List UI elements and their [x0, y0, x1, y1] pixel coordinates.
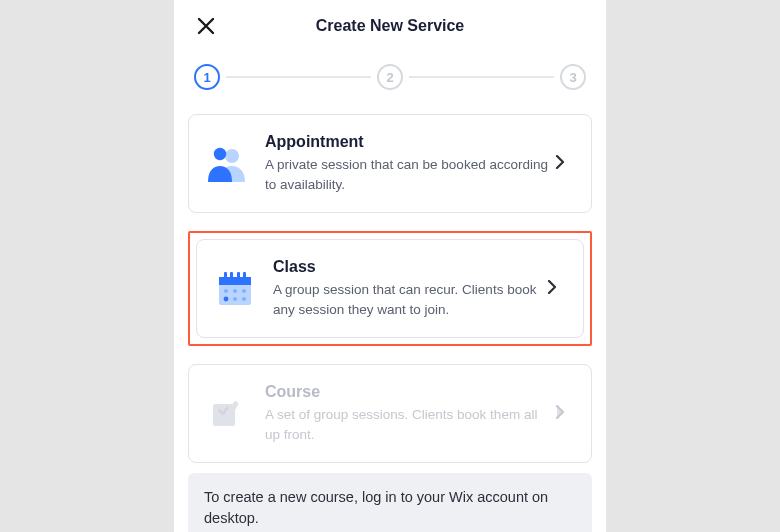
option-title: Appointment	[265, 133, 555, 151]
option-body: Class A group session that can recur. Cl…	[273, 258, 547, 319]
modal-header: Create New Service	[174, 0, 606, 48]
svg-rect-4	[224, 272, 227, 280]
option-desc: A set of group sessions. Clients book th…	[265, 405, 555, 444]
chevron-right-icon	[547, 280, 567, 298]
svg-point-0	[225, 149, 239, 163]
step-connector	[226, 76, 371, 78]
option-desc: A group session that can recur. Clients …	[273, 280, 547, 319]
step-2: 2	[377, 64, 403, 90]
option-class[interactable]: Class A group session that can recur. Cl…	[196, 239, 584, 338]
option-title: Course	[265, 383, 555, 401]
svg-point-11	[224, 296, 229, 301]
svg-point-12	[233, 297, 237, 301]
svg-point-9	[233, 289, 237, 293]
calendar-icon	[213, 267, 257, 311]
progress-stepper: 1 2 3	[174, 48, 606, 114]
people-icon	[205, 142, 249, 186]
svg-rect-5	[230, 272, 233, 280]
service-type-list: Appointment A private session that can b…	[174, 114, 606, 463]
create-service-modal: Create New Service 1 2 3 Appointment A p…	[174, 0, 606, 532]
option-body: Course A set of group sessions. Clients …	[265, 383, 555, 444]
step-connector	[409, 76, 554, 78]
svg-rect-3	[219, 277, 251, 285]
highlighted-option: Class A group session that can recur. Cl…	[188, 231, 592, 346]
option-desc: A private session that can be booked acc…	[265, 155, 555, 194]
option-body: Appointment A private session that can b…	[265, 133, 555, 194]
svg-rect-6	[237, 272, 240, 280]
option-title: Class	[273, 258, 547, 276]
svg-point-10	[242, 289, 246, 293]
step-1: 1	[194, 64, 220, 90]
svg-point-1	[214, 147, 226, 159]
desktop-notice: To create a new course, log in to your W…	[188, 473, 592, 532]
modal-title: Create New Service	[194, 17, 586, 35]
course-icon	[205, 392, 249, 436]
chevron-right-icon	[555, 405, 575, 423]
option-course: Course A set of group sessions. Clients …	[188, 364, 592, 463]
svg-point-8	[224, 289, 228, 293]
svg-point-13	[242, 297, 246, 301]
step-3: 3	[560, 64, 586, 90]
option-appointment[interactable]: Appointment A private session that can b…	[188, 114, 592, 213]
svg-rect-7	[243, 272, 246, 280]
chevron-right-icon	[555, 155, 575, 173]
